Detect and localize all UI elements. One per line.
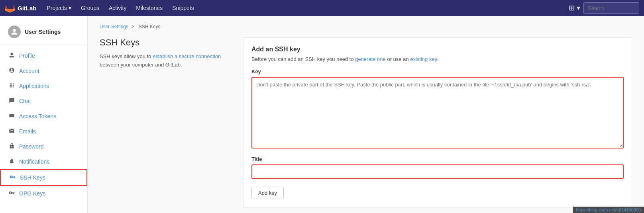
sidebar-item-label: Password (19, 143, 43, 150)
breadcrumb-parent[interactable]: User Settings (100, 24, 128, 29)
nav-projects[interactable]: Projects ▾ (42, 0, 77, 16)
sidebar-item-password[interactable]: Password (0, 139, 87, 154)
page-title: SSH Keys (100, 37, 227, 48)
sidebar-item-profile[interactable]: Profile (0, 48, 87, 63)
sidebar-item-label: Account (19, 68, 39, 74)
page-description-section: SSH Keys SSH keys allow you to establish… (100, 37, 227, 207)
page-description: SSH keys allow you to establish a secure… (100, 53, 227, 69)
key-field-group: Key (251, 68, 624, 150)
sidebar-item-label: Applications (19, 83, 49, 89)
sidebar: User Settings Profile Account Applicatio… (0, 16, 88, 213)
top-nav: GitLab Projects ▾ Groups Activity Milest… (0, 0, 644, 16)
key-textarea[interactable] (251, 77, 624, 149)
nav-activity[interactable]: Activity (104, 0, 131, 16)
form-section-description: Before you can add an SSH key you need t… (251, 56, 624, 62)
sidebar-item-label: GPG Keys (19, 190, 45, 197)
applications-icon (8, 82, 15, 90)
sidebar-item-access-tokens[interactable]: Access Tokens (0, 109, 87, 124)
chat-icon (8, 98, 15, 105)
key-label: Key (251, 68, 624, 74)
notifications-icon (8, 158, 15, 165)
title-input[interactable] (251, 164, 624, 179)
sidebar-item-account[interactable]: Account (0, 63, 87, 78)
nav-milestones[interactable]: Milestones (131, 0, 167, 16)
add-key-button[interactable]: Add key (251, 187, 284, 199)
breadcrumb-current: SSH Keys (139, 24, 161, 29)
generate-link[interactable]: generate one (355, 56, 386, 62)
breadcrumb: User Settings > SSH Keys (100, 24, 632, 29)
form-section-title: Add an SSH key (251, 46, 624, 53)
gpg-keys-icon (8, 190, 15, 197)
avatar (8, 25, 21, 38)
sidebar-item-applications[interactable]: Applications (0, 78, 87, 94)
title-label: Title (251, 156, 624, 162)
password-icon (8, 143, 15, 150)
title-field-group: Title (251, 156, 624, 179)
gitlab-logo[interactable]: GitLab (5, 3, 41, 13)
sidebar-header: User Settings (0, 22, 87, 45)
sidebar-item-gpg-keys[interactable]: GPG Keys (0, 186, 87, 201)
main-content: User Settings > SSH Keys SSH Keys SSH ke… (88, 16, 644, 213)
sidebar-title: User Settings (25, 29, 61, 35)
sidebar-item-label: SSH Keys (20, 174, 45, 181)
establish-link[interactable]: establish a secure connection (153, 53, 221, 59)
access-tokens-icon (8, 113, 15, 120)
account-icon (8, 67, 15, 74)
sidebar-item-label: Chat (19, 98, 31, 104)
profile-icon (8, 52, 15, 59)
sidebar-item-label: Emails (19, 128, 36, 135)
nav-groups[interactable]: Groups (76, 0, 104, 16)
search-input[interactable] (583, 2, 639, 14)
sidebar-item-ssh-keys[interactable]: SSH Keys (0, 169, 87, 186)
sidebar-item-chat[interactable]: Chat (0, 94, 87, 109)
ssh-keys-icon (9, 174, 16, 181)
svg-rect-0 (9, 114, 14, 117)
add-ssh-form: Add an SSH key Before you can add an SSH… (243, 37, 632, 207)
sidebar-item-notifications[interactable]: Notifications (0, 154, 87, 169)
sidebar-item-label: Profile (19, 53, 35, 59)
ssh-key-form-section: Add an SSH key Before you can add an SSH… (243, 37, 632, 207)
nav-snippets[interactable]: Snippets (167, 0, 198, 16)
existing-key-link[interactable]: existing key (410, 56, 437, 62)
emails-icon (8, 128, 15, 135)
sidebar-item-label: Notifications (19, 158, 49, 165)
sidebar-item-label: Access Tokens (19, 113, 56, 119)
status-bar: https://blog.csdn.net/u014160800 (573, 207, 644, 213)
sidebar-item-emails[interactable]: Emails (0, 124, 87, 139)
new-item-button[interactable]: ⊞ ▾ (565, 4, 583, 12)
